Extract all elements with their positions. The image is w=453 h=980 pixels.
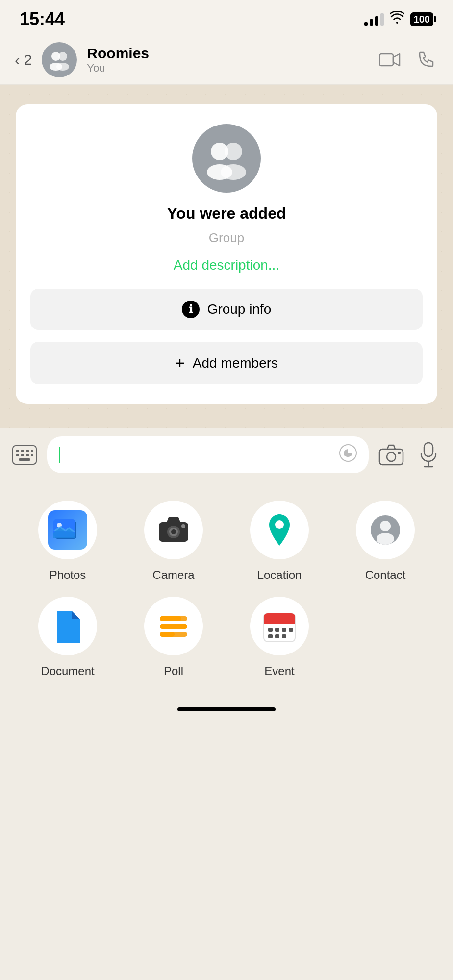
svg-rect-30: [424, 443, 433, 456]
svg-rect-23: [26, 454, 29, 456]
nav-bar: ‹ 2 Roomies You: [0, 35, 453, 85]
empty-cell: [337, 597, 433, 678]
svg-point-44: [377, 533, 394, 545]
svg-rect-4: [379, 54, 393, 66]
add-members-label: Add members: [193, 355, 278, 371]
svg-point-29: [398, 452, 401, 454]
status-icons: 100: [364, 11, 433, 27]
svg-rect-60: [282, 634, 286, 638]
svg-rect-55: [275, 628, 279, 632]
svg-point-43: [380, 521, 391, 531]
location-attach-item[interactable]: Location: [231, 501, 327, 582]
poll-icon-circle: [144, 597, 203, 655]
add-description-button[interactable]: Add description...: [174, 257, 279, 273]
poll-attach-item[interactable]: Poll: [126, 597, 222, 678]
attachment-row-2: Document Poll: [0, 592, 453, 698]
svg-rect-20: [31, 450, 33, 452]
camera-icon-circle: [144, 501, 203, 559]
svg-point-13: [225, 143, 242, 160]
poll-label: Poll: [164, 664, 183, 678]
svg-rect-19: [26, 450, 29, 452]
svg-rect-27: [379, 449, 403, 465]
chevron-left-icon: ‹: [15, 51, 20, 69]
nav-info: Roomies You: [87, 45, 368, 75]
input-bar: [0, 428, 453, 481]
group-info-button[interactable]: ℹ Group info: [30, 289, 423, 330]
status-time: 15:44: [20, 9, 65, 29]
document-attach-item[interactable]: Document: [20, 597, 116, 678]
document-icon-circle: [38, 597, 97, 655]
video-call-button[interactable]: [378, 48, 402, 72]
sticker-button[interactable]: [339, 444, 357, 465]
camera-label: Camera: [152, 568, 194, 582]
phone-call-button[interactable]: [414, 48, 438, 72]
camera-attach-item[interactable]: Camera: [126, 501, 222, 582]
svg-point-40: [181, 524, 185, 528]
attachment-spacer: [0, 481, 453, 496]
svg-rect-58: [268, 634, 273, 638]
text-cursor: [59, 447, 60, 463]
poll-icon: [154, 606, 193, 646]
document-icon: [48, 606, 87, 646]
wifi-icon: [390, 11, 404, 27]
group-name: Roomies: [87, 45, 368, 62]
svg-point-15: [221, 164, 246, 180]
info-icon: ℹ: [182, 301, 200, 318]
event-icon: [260, 606, 299, 646]
svg-rect-25: [19, 458, 30, 461]
svg-point-1: [58, 52, 67, 61]
svg-rect-17: [16, 450, 19, 452]
svg-rect-57: [289, 628, 293, 632]
svg-point-39: [171, 529, 176, 534]
group-info-card: You were added Group Add description... …: [16, 104, 437, 404]
battery-icon: 100: [410, 12, 433, 26]
camera-button[interactable]: [377, 440, 406, 470]
svg-rect-24: [31, 454, 33, 456]
svg-rect-48: [160, 616, 181, 621]
location-label: Location: [257, 568, 302, 582]
svg-rect-50: [160, 632, 175, 637]
microphone-button[interactable]: [414, 440, 443, 470]
svg-rect-21: [16, 454, 19, 456]
nav-actions: [378, 48, 438, 72]
plus-icon: +: [175, 353, 185, 373]
svg-rect-22: [21, 454, 24, 456]
contact-label: Contact: [365, 568, 406, 582]
badge-count: 2: [24, 51, 32, 68]
add-members-button[interactable]: + Add members: [30, 342, 423, 384]
home-bar: [177, 707, 276, 711]
home-indicator: [0, 698, 453, 721]
chat-area: 💬 🎭 🌍 📷 🎵 😀 🌿 You were added Group Add d…: [0, 85, 453, 428]
contact-icon: [366, 510, 405, 550]
svg-point-28: [387, 452, 396, 461]
svg-rect-54: [268, 628, 273, 632]
group-type: Group: [209, 230, 244, 246]
photos-attach-item[interactable]: Photos: [20, 501, 116, 582]
contact-attach-item[interactable]: Contact: [337, 501, 433, 582]
group-avatar-large: [192, 124, 261, 193]
document-label: Document: [41, 664, 94, 678]
nav-status: You: [87, 62, 368, 75]
message-input[interactable]: [47, 436, 369, 473]
keyboard-button[interactable]: [10, 440, 39, 470]
event-attach-item[interactable]: Event: [231, 597, 327, 678]
status-bar: 15:44 100: [0, 0, 453, 35]
group-info-label: Group info: [207, 302, 272, 317]
svg-rect-49: [160, 624, 187, 629]
event-icon-circle: [250, 597, 309, 655]
svg-rect-18: [21, 450, 24, 452]
svg-point-41: [275, 520, 284, 529]
camera-icon: [154, 510, 193, 550]
back-button[interactable]: ‹ 2: [15, 51, 32, 69]
photos-icon: [48, 510, 87, 550]
contact-icon-circle: [356, 501, 415, 559]
added-text: You were added: [167, 204, 286, 223]
group-avatar-small: [42, 42, 77, 77]
location-icon: [260, 510, 299, 550]
svg-rect-59: [275, 634, 279, 638]
photos-label: Photos: [50, 568, 86, 582]
svg-rect-56: [282, 628, 286, 632]
attachment-row-1: Photos Camera: [0, 496, 453, 592]
event-label: Event: [264, 664, 294, 678]
svg-point-3: [56, 63, 69, 71]
